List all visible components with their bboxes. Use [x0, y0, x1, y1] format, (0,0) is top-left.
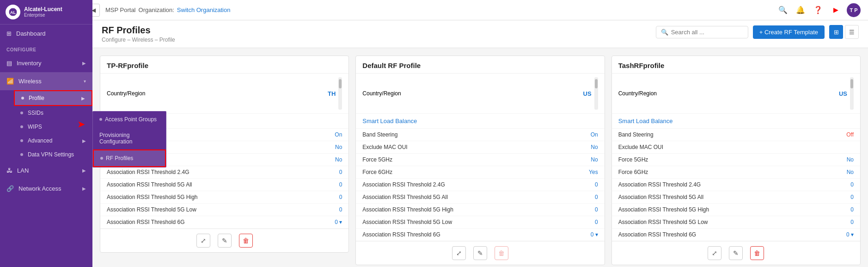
grid-view-button[interactable]: ⊞: [829, 25, 843, 39]
sidebar-item-dashboard[interactable]: ⊞ Dashboard: [0, 25, 92, 43]
smart-load-3[interactable]: Smart Load Balance: [612, 114, 860, 129]
card-tash-body: Country/Region US Smart Load Balance Ban…: [612, 74, 860, 241]
expand-button-2[interactable]: ⤢: [452, 246, 466, 260]
card-row: Association RSSI Threshold 5G All0: [612, 191, 860, 204]
lan-icon: 🖧: [6, 167, 12, 174]
card-row: Association RSSI Threshold 6G0 ▾: [100, 216, 348, 229]
delete-button-2[interactable]: 🗑: [495, 246, 508, 260]
topbar: ◀ MSP Portal Organization: Switch Organi…: [92, 0, 868, 20]
card-row: Association RSSI Threshold 5G All0: [356, 191, 604, 204]
cards-area: TP-RFprofile Country/Region TH Smart Loa…: [92, 48, 868, 267]
search-box[interactable]: 🔍: [656, 26, 748, 38]
sidebar-item-lan[interactable]: 🖧 LAN ▶: [0, 161, 92, 180]
country-value-1: TH: [328, 90, 336, 97]
breadcrumb: Configure – Wireless – Profile: [102, 37, 175, 43]
brand-name: Alcatel-Lucent: [24, 6, 62, 12]
inventory-label: Inventory: [17, 60, 41, 67]
logo-area: AL Alcatel-Lucent Enterprise: [0, 0, 92, 25]
card-row: Association RSSI Threshold 5G Low0: [612, 216, 860, 229]
card-default-title: Default RF Profile: [356, 56, 604, 74]
card-row: Association RSSI Threshold 6G0 ▾: [356, 229, 604, 241]
search-input[interactable]: [671, 29, 743, 36]
page-title: RF Profiles: [102, 25, 175, 36]
card-tp-title: TP-RFprofile: [100, 56, 348, 74]
edit-button-2[interactable]: ✎: [473, 246, 487, 260]
wips-dot-icon: [20, 125, 23, 128]
breadcrumb-profile[interactable]: Profile: [159, 37, 175, 43]
list-view-button[interactable]: ☰: [845, 25, 859, 39]
network-icon: 🔗: [6, 185, 14, 192]
card-row: Association RSSI Threshold 5G High0: [356, 204, 604, 216]
inventory-chevron: ▶: [82, 61, 86, 66]
page-header-right: 🔍 + Create RF Template ⊞ ☰: [656, 25, 859, 39]
card-row: Force 6GHzYes: [356, 166, 604, 179]
topbar-nav: MSP Portal Organization: Switch Organiza…: [105, 6, 230, 13]
page-title-block: RF Profiles Configure – Wireless – Profi…: [102, 25, 175, 43]
edit-button-3[interactable]: ✎: [729, 246, 743, 260]
sidebar-item-data-vpn[interactable]: Data VPN Settings: [14, 148, 92, 161]
wifi-icon: 📶: [6, 78, 14, 85]
card-tp-footer: ⤢ ✎ 🗑: [100, 229, 348, 252]
search-icon[interactable]: 🔍: [776, 4, 789, 17]
scrollbar-thumb-2: [595, 79, 598, 88]
smart-load-2[interactable]: Smart Load Balance: [356, 114, 604, 129]
create-rf-template-button[interactable]: + Create RF Template: [753, 25, 825, 39]
network-access-chevron: ▶: [82, 186, 86, 191]
vpn-dot-icon: [20, 153, 23, 156]
scrollbar-thumb-1: [339, 79, 342, 88]
card-row: Band SteeringOn: [356, 129, 604, 141]
sidebar-item-network-access[interactable]: 🔗 Network Access ▶: [0, 180, 92, 198]
breadcrumb-wireless[interactable]: Wireless: [132, 37, 153, 43]
lan-chevron: ▶: [82, 168, 86, 173]
expand-button-3[interactable]: ⤢: [708, 246, 721, 260]
card-row: Association RSSI Threshold 2.4G0: [100, 166, 348, 179]
card-row: Exclude MAC OUI: [612, 141, 860, 154]
delete-button-1[interactable]: 🗑: [239, 234, 253, 248]
youtube-icon[interactable]: ▶: [829, 4, 842, 17]
scrollbar-1[interactable]: [338, 77, 342, 110]
country-label-2: Country/Region: [362, 90, 583, 97]
configure-section: CONFIGURE: [0, 43, 92, 54]
switch-org-link[interactable]: Switch Organization: [177, 6, 231, 13]
card-tash-title: TashRFprofile: [612, 56, 860, 74]
card-tash-rfprofile: TashRFprofile Country/Region US Smart Lo…: [611, 56, 861, 265]
card-row: Association RSSI Threshold 5G Low0: [100, 204, 348, 216]
card-default-footer: ⤢ ✎ 🗑: [356, 241, 604, 265]
msp-portal-link[interactable]: MSP Portal: [105, 6, 136, 13]
wips-label: WIPS: [28, 124, 42, 130]
org-label: Organization:: [139, 6, 174, 13]
edit-button-1[interactable]: ✎: [218, 234, 232, 248]
brand-sub: Enterprise: [24, 12, 62, 18]
expand-button-1[interactable]: ⤢: [196, 234, 210, 248]
delete-button-3[interactable]: 🗑: [750, 246, 764, 260]
sidebar-item-wireless[interactable]: 📶 Wireless ▾: [0, 72, 92, 90]
view-toggle: ⊞ ☰: [829, 25, 859, 39]
user-avatar[interactable]: T P: [847, 3, 861, 17]
sidebar-item-ssids[interactable]: SSIDs: [14, 106, 92, 120]
bell-icon[interactable]: 🔔: [794, 4, 807, 17]
help-icon[interactable]: ❓: [812, 4, 825, 17]
search-box-icon: 🔍: [661, 29, 668, 36]
sidebar-item-profile[interactable]: Profile ▶: [14, 90, 92, 106]
network-label: Network Access: [18, 185, 61, 192]
sidebar: AL Alcatel-Lucent Enterprise ⊞ Dashboard…: [0, 0, 92, 267]
card-tash-country-row: Country/Region US: [612, 74, 860, 114]
vpn-label: Data VPN Settings: [28, 151, 74, 158]
page-header: RF Profiles Configure – Wireless – Profi…: [92, 20, 868, 48]
wireless-label: Wireless: [18, 78, 42, 85]
breadcrumb-sep2: –: [155, 37, 159, 43]
card-row: Association RSSI Threshold 5G High0: [100, 191, 348, 204]
card-row: Force 5GHzNo: [612, 154, 860, 166]
collapse-button[interactable]: ◀: [92, 4, 100, 17]
sidebar-item-inventory[interactable]: ▤ Inventory ▶: [0, 54, 92, 72]
scrollbar-3[interactable]: [850, 77, 854, 110]
sidebar-item-advanced[interactable]: Advanced ▶: [14, 134, 92, 148]
lan-label: LAN: [17, 167, 29, 174]
country-value-3: US: [839, 90, 847, 97]
scrollbar-2[interactable]: [594, 77, 598, 110]
scrollbar-thumb-3: [850, 79, 853, 88]
breadcrumb-configure[interactable]: Configure: [102, 37, 126, 43]
logo-text: Alcatel-Lucent Enterprise: [24, 6, 62, 18]
svg-text:AL: AL: [10, 10, 16, 15]
logo-icon: AL: [6, 5, 20, 19]
